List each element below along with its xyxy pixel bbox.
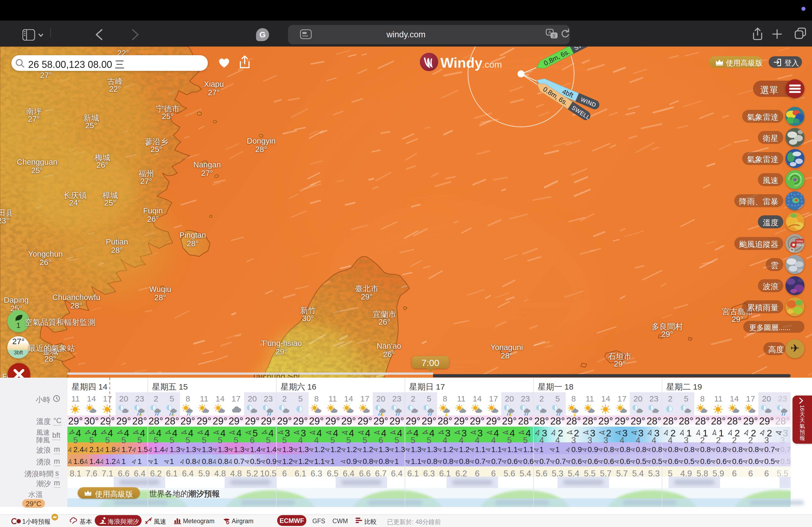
svg-text:Windy: Windy: [440, 55, 483, 71]
svg-text:70mph: 70mph: [796, 244, 803, 247]
svg-text:✈: ✈: [791, 342, 800, 354]
svg-text:1: 1: [16, 321, 20, 330]
svg-text:.com: .com: [482, 59, 502, 70]
svg-text:Today: Today: [796, 240, 803, 243]
svg-text:文: 文: [552, 33, 556, 38]
